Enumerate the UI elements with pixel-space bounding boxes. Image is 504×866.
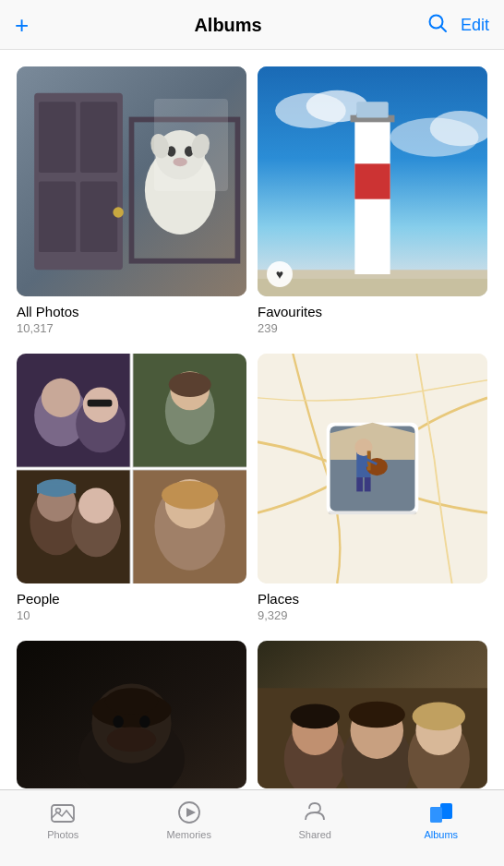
svg-rect-64	[329, 511, 417, 514]
albums-icon	[428, 800, 454, 825]
svg-point-69	[105, 688, 158, 715]
tab-photos-label: Photos	[47, 829, 78, 840]
album-name-favourites: Favourites	[258, 304, 487, 319]
album-count-people: 10	[17, 608, 246, 622]
svg-rect-43	[37, 485, 76, 494]
tab-shared-label: Shared	[299, 829, 331, 840]
svg-point-80	[349, 702, 405, 728]
albums-grid: All Photos 10,317	[0, 50, 504, 788]
header-actions: Edit	[427, 13, 489, 39]
album-thumbnail-all-photos	[17, 66, 246, 296]
svg-rect-34	[88, 400, 113, 407]
edit-button[interactable]: Edit	[461, 16, 489, 35]
tab-memories-label: Memories	[167, 829, 211, 840]
svg-point-8	[113, 207, 123, 217]
places-image	[258, 354, 487, 583]
album-name-places: Places	[258, 591, 487, 607]
svg-point-72	[107, 727, 157, 752]
album5-image	[17, 641, 246, 788]
heart-icon: ♥	[267, 261, 293, 287]
album-count-all-photos: 10,317	[17, 321, 246, 335]
album-thumbnail-5	[17, 641, 246, 788]
svg-point-38	[169, 372, 211, 397]
svg-rect-28	[258, 279, 487, 296]
svg-rect-90	[430, 807, 442, 823]
svg-point-71	[139, 716, 150, 728]
svg-rect-84	[52, 805, 74, 822]
album-item-5[interactable]	[11, 633, 252, 788]
tab-shared[interactable]: Shared	[252, 800, 378, 840]
tab-albums[interactable]: Albums	[378, 800, 505, 840]
svg-marker-87	[186, 808, 196, 817]
tab-photos[interactable]: Photos	[0, 800, 126, 840]
svg-point-15	[188, 132, 211, 161]
album-item-places[interactable]: Places 9,329	[252, 346, 493, 633]
album-item-people[interactable]: People 10	[11, 346, 252, 633]
album-item-favourites[interactable]: ♥ Favourites 239	[252, 59, 493, 346]
svg-rect-62	[356, 477, 363, 491]
svg-point-9	[145, 146, 216, 235]
svg-point-13	[174, 158, 187, 167]
svg-point-12	[185, 146, 194, 156]
album-thumbnail-6	[258, 641, 487, 788]
svg-rect-6	[80, 102, 117, 173]
memories-icon	[176, 800, 202, 825]
photos-icon	[50, 800, 76, 825]
album-item-all-photos[interactable]: All Photos 10,317	[11, 59, 252, 346]
album-name-people: People	[17, 591, 246, 607]
album-thumbnail-people	[17, 354, 246, 583]
svg-rect-27	[356, 102, 388, 117]
album-count-places: 9,329	[258, 608, 487, 622]
tab-memories[interactable]: Memories	[126, 800, 253, 840]
svg-point-31	[42, 379, 80, 417]
svg-point-83	[413, 703, 465, 731]
search-icon	[427, 13, 448, 33]
all-photos-image	[17, 66, 246, 296]
svg-point-49	[162, 481, 218, 510]
svg-rect-24	[354, 163, 390, 198]
svg-rect-4	[39, 102, 76, 173]
add-button[interactable]: +	[15, 11, 29, 40]
svg-point-70	[113, 716, 123, 728]
album-thumbnail-places	[258, 354, 487, 583]
search-button[interactable]	[427, 13, 448, 39]
svg-point-77	[290, 704, 340, 729]
svg-point-10	[155, 130, 205, 180]
favourites-image	[258, 66, 487, 296]
svg-rect-5	[39, 182, 76, 253]
tab-bar: Photos Memories Shared Albums	[0, 789, 504, 866]
header: + Albums Edit	[0, 0, 504, 50]
album-item-6[interactable]	[252, 633, 493, 788]
page-title: Albums	[194, 15, 261, 36]
svg-rect-63	[365, 477, 371, 491]
album-name-all-photos: All Photos	[17, 304, 246, 319]
album-thumbnail-favourites: ♥	[258, 66, 487, 296]
album6-image	[258, 641, 487, 788]
people-image	[17, 354, 246, 583]
svg-line-1	[440, 26, 446, 31]
shared-icon	[302, 800, 328, 825]
tab-albums-label: Albums	[424, 829, 458, 840]
album-count-favourites: 239	[258, 321, 487, 335]
svg-rect-7	[80, 182, 117, 253]
svg-point-45	[78, 488, 114, 523]
svg-point-11	[167, 146, 176, 156]
